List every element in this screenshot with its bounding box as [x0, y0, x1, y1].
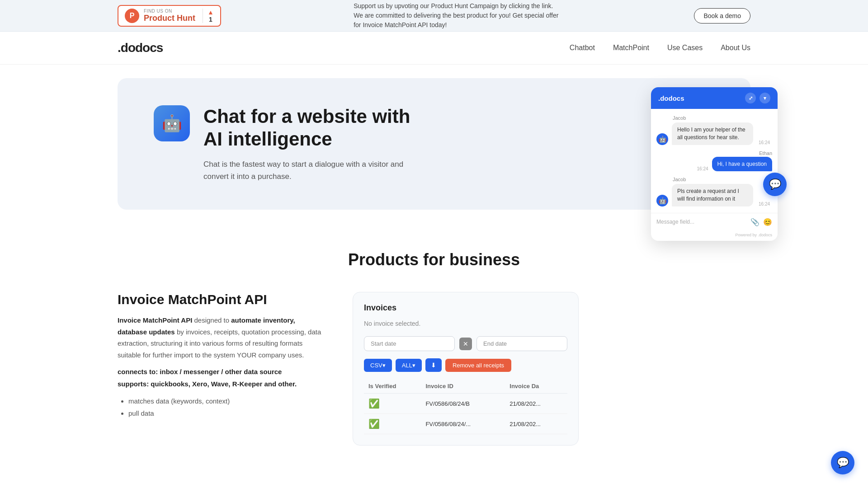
banner-left: P FIND US ON Product Hunt ▲ 1 — [118, 5, 221, 27]
ethan-row: 16:24 Ethan Hi, I have a question — [656, 150, 772, 172]
invoice-title: Invoice MatchPoint API — [118, 292, 326, 307]
products-title: Products for business — [118, 250, 750, 269]
hero-text: Chat for a website with AI intelligence … — [203, 105, 425, 183]
clear-date-button[interactable]: ✕ — [459, 338, 472, 350]
chat-widget-title: .dodocs — [658, 94, 684, 102]
invoice-id-cell: FV/0586/08/24/... — [421, 414, 505, 434]
book-demo-button[interactable]: Book a demo — [694, 8, 750, 23]
connects-value: inbox / messenger / other data source — [160, 368, 282, 375]
verified-cell: ✅ — [364, 394, 421, 414]
no-invoice-label: No invoice selected. — [364, 320, 567, 327]
invoice-controls: CSV▾ ALL▾ ⬇ Remove all receipts — [364, 358, 567, 372]
invoice-id-cell: FV/0586/08/24/B — [421, 394, 505, 414]
product-hunt-label: Product Hunt — [144, 14, 195, 23]
csv-button[interactable]: CSV▾ — [364, 359, 392, 372]
chat-widget-mockup: .dodocs ⤢ ▾ Jacob 🤖 Hello I am your help… — [651, 87, 778, 241]
invoice-api-label: Invoice MatchPoint API — [118, 316, 192, 324]
col-invoice-id: Invoice ID — [421, 379, 505, 394]
end-date-field[interactable]: End date — [476, 336, 567, 351]
product-hunt-badge[interactable]: P FIND US ON Product Hunt ▲ 1 — [118, 5, 221, 27]
supports-value: quickbooks, Xero, Wave, R-Keeper and oth… — [151, 380, 297, 388]
jacob-bubble-row-2: 🤖 Pls create a request and I will find i… — [656, 184, 772, 206]
jacob-time-1: 16:24 — [759, 140, 770, 145]
col-is-verified: Is Verified — [364, 379, 421, 394]
float-chat-button[interactable]: 💬 — [763, 173, 787, 196]
chat-collapse-icon[interactable]: ▾ — [760, 93, 770, 103]
supports-label: supports: — [118, 380, 149, 388]
ph-vote-count: ▲ 1 — [203, 9, 214, 23]
connects-label: connects to: — [118, 368, 158, 375]
main-nav: .dodocs Chatbot MatchPoint Use Cases Abo… — [0, 32, 868, 65]
date-row: Start date ✕ End date — [364, 336, 567, 351]
chat-body: Jacob 🤖 Hello I am your helper of the al… — [651, 109, 778, 213]
check-icon: ✅ — [368, 419, 380, 429]
nav-chatbot[interactable]: Chatbot — [570, 44, 595, 52]
hero-robot-icon: 🤖 — [154, 105, 190, 141]
top-banner: P FIND US ON Product Hunt ▲ 1 Support us… — [0, 0, 868, 32]
emoji-icon[interactable]: 😊 — [763, 218, 772, 226]
fixed-chat-button[interactable]: 💬 — [831, 451, 854, 474]
jacob-bubble-row-1: 🤖 Hello I am your helper of the all ques… — [656, 122, 772, 145]
invoice-desc: Invoice MatchPoint API designed to autom… — [118, 314, 326, 361]
ethan-time: 16:24 — [697, 166, 708, 171]
download-button[interactable]: ⬇ — [425, 358, 442, 372]
nav-matchpoint[interactable]: MatchPoint — [613, 44, 649, 52]
invoice-desc-part2: designed to — [194, 316, 229, 324]
ethan-col: Ethan Hi, I have a question — [712, 150, 772, 172]
ph-icon: P — [125, 9, 139, 23]
chat-footer-icons: 📎 😊 — [750, 218, 772, 226]
chat-input[interactable]: Message field... — [656, 219, 750, 225]
invoice-bullets: matches data (keywords, context) pull da… — [128, 395, 326, 419]
bot-avatar-2: 🤖 — [656, 195, 668, 206]
nav-about-us[interactable]: About Us — [721, 44, 750, 52]
attachment-icon[interactable]: 📎 — [750, 218, 760, 226]
all-button[interactable]: ALL▾ — [396, 359, 422, 372]
check-icon: ✅ — [368, 399, 380, 408]
invoice-date-cell: 21/08/202... — [505, 394, 567, 414]
chat-message-ethan: 16:24 Ethan Hi, I have a question — [656, 150, 772, 172]
col-invoice-date: Invoice Da — [505, 379, 567, 394]
start-date-field[interactable]: Start date — [364, 336, 455, 351]
invoice-mockup: Invoices No invoice selected. Start date… — [353, 292, 579, 446]
supports-line: supports: quickbooks, Xero, Wave, R-Keep… — [118, 380, 326, 388]
ethan-name: Ethan — [759, 150, 772, 156]
invoice-section: Invoice MatchPoint API Invoice MatchPoin… — [118, 292, 750, 446]
hero-title: Chat for a website with AI intelligence — [203, 105, 425, 151]
jacob-bubble-1: Hello I am your helper of the all questi… — [672, 122, 753, 145]
bot-avatar: 🤖 — [656, 133, 668, 145]
ethan-bubble: Hi, I have a question — [712, 157, 772, 172]
bullet-2: pull data — [128, 407, 326, 419]
nav-links: Chatbot MatchPoint Use Cases About Us — [570, 44, 750, 52]
ph-text-area: FIND US ON Product Hunt — [144, 9, 195, 23]
invoice-table: Is Verified Invoice ID Invoice Da ✅ FV/0… — [364, 379, 567, 434]
table-row: ✅ FV/0586/08/24/B 21/08/202... — [364, 394, 567, 414]
products-section: Products for business Invoice MatchPoint… — [0, 223, 868, 473]
verified-cell: ✅ — [364, 414, 421, 434]
remove-receipts-button[interactable]: Remove all receipts — [445, 359, 511, 372]
invoice-left: Invoice MatchPoint API Invoice MatchPoin… — [118, 292, 326, 419]
invoices-heading: Invoices — [364, 303, 567, 313]
jacob-name-1: Jacob — [673, 115, 772, 121]
chat-message-jacob-1: Jacob 🤖 Hello I am your helper of the al… — [656, 115, 772, 145]
ph-arrow-icon: ▲ — [208, 9, 214, 16]
site-logo[interactable]: .dodocs — [118, 41, 163, 55]
connects-line: connects to: inbox / messenger / other d… — [118, 368, 326, 375]
hero-subtitle: Chat is the fastest way to start a dialo… — [203, 158, 425, 183]
banner-support-text: Support us by upvoting our Product Hunt … — [354, 1, 561, 30]
jacob-bubble-2: Pls create a request and I will find inf… — [672, 184, 753, 206]
find-us-on-label: FIND US ON — [144, 9, 195, 14]
ph-number: 1 — [209, 16, 212, 23]
bullet-1: matches data (keywords, context) — [128, 395, 326, 407]
chat-widget-header: .dodocs ⤢ ▾ — [651, 87, 778, 109]
chat-powered: Powered by .dodocs — [651, 231, 778, 241]
table-row: ✅ FV/0586/08/24/... 21/08/202... — [364, 414, 567, 434]
chat-footer: Message field... 📎 😊 — [651, 213, 778, 231]
hero-section: 🤖 Chat for a website with AI intelligenc… — [118, 78, 750, 210]
chat-expand-icon[interactable]: ⤢ — [745, 93, 756, 103]
hero-left: 🤖 Chat for a website with AI intelligenc… — [154, 105, 425, 183]
jacob-time-2: 16:24 — [759, 202, 770, 206]
chat-header-icons: ⤢ ▾ — [745, 93, 770, 103]
invoice-date-cell: 21/08/202... — [505, 414, 567, 434]
nav-use-cases[interactable]: Use Cases — [667, 44, 703, 52]
chat-message-jacob-2: Jacob 🤖 Pls create a request and I will … — [656, 177, 772, 206]
